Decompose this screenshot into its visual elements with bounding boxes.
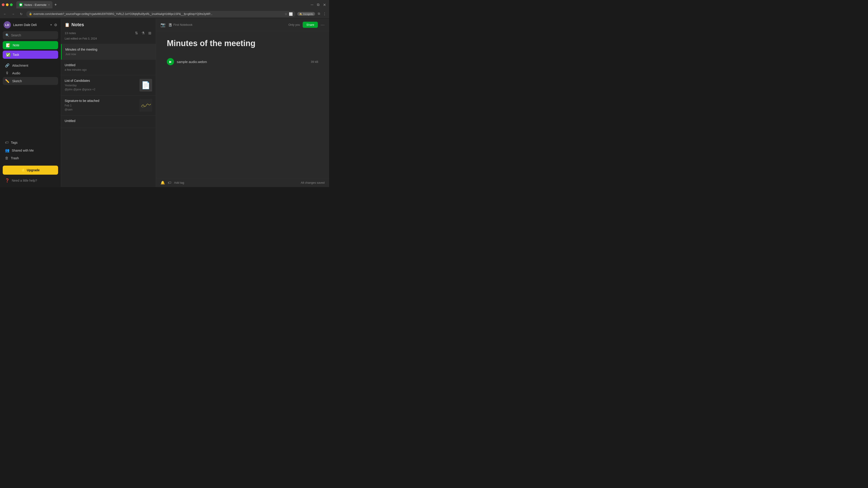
bookmark-icon[interactable]: ☆	[285, 12, 287, 16]
note-item-untitled2[interactable]: Untitled	[61, 116, 156, 128]
refresh-button[interactable]: ↻	[18, 11, 24, 17]
note-icon: 📝	[6, 43, 10, 47]
sidebar-item-shared-label: Shared with Me	[12, 149, 34, 152]
note-item-signature[interactable]: Signature-to be attached Feb 1 @sam	[61, 95, 156, 116]
settings-button[interactable]: ⚙	[54, 23, 57, 27]
incognito-badge: 🕵 Incognito	[297, 12, 315, 16]
main-header: 📷 📓 First Notebook Only you Share ⋯	[156, 19, 329, 31]
shared-icon: 👥	[5, 148, 9, 153]
audio-menu-item[interactable]: 🎙 Audio	[3, 69, 58, 77]
note-item-title: List of Candidates	[65, 79, 138, 83]
note-item-tags: @john @jane @grace +2	[65, 88, 138, 91]
note-item-content: Untitled a few minutes ago	[65, 63, 152, 71]
search-bar[interactable]: 🔍 Search	[3, 31, 58, 39]
note-item-content: Signature-to be attached Feb 1 @sam	[65, 99, 138, 111]
avatar[interactable]: LD	[4, 21, 11, 29]
notebook-icon: 📓	[168, 23, 172, 27]
audio-filesize: 39 kB	[311, 60, 318, 64]
notes-panel-icon: 📋	[65, 22, 70, 27]
add-tag-button[interactable]: Add tag	[174, 181, 298, 184]
sidebar-item-tags[interactable]: 🏷 Tags	[3, 139, 58, 147]
note-item-tags: @sam	[65, 108, 138, 111]
notes-list: 📋 Notes 13 notes ⇅ ⚗ ⊞ Last edited on Fe…	[61, 19, 156, 187]
evernote-tab-icon	[19, 3, 23, 6]
notes-count: 13 notes	[65, 31, 76, 35]
window-max-btn[interactable]	[10, 3, 13, 6]
more-options-button[interactable]: ⋯	[320, 22, 324, 27]
filter-button[interactable]: ⚗	[141, 30, 146, 36]
sort-button[interactable]: ⇅	[134, 30, 139, 36]
attachment-menu-item[interactable]: 🔗 Attachment	[3, 61, 58, 69]
note-thumbnail-file: 📄	[140, 79, 152, 92]
note-item-content: List of Candidates Yesterday @john @jane…	[65, 79, 138, 92]
forward-button[interactable]: →	[10, 11, 16, 17]
main-content: 📷 📓 First Notebook Only you Share ⋯ Minu…	[156, 19, 329, 187]
sidebar-item-trash-label: Trash	[11, 156, 19, 160]
address-bar[interactable]: 🔒 evernote.com/client/web?_sourcePage=ze…	[26, 11, 296, 17]
trash-icon: 🗑	[5, 156, 8, 160]
upgrade-star-icon: ⭐	[21, 168, 25, 172]
extensions-icon[interactable]: ⧉	[317, 11, 321, 17]
user-name[interactable]: Lauren Dale Deli	[13, 23, 48, 27]
sketch-label: Sketch	[12, 79, 22, 83]
tab-title: Notes - Evernote	[24, 3, 46, 6]
sidebar-item-shared[interactable]: 👥 Shared with Me	[3, 147, 58, 154]
browser-menu-icon[interactable]: ⋮	[322, 11, 327, 17]
window-close-icon[interactable]: ✕	[322, 3, 327, 7]
sketch-menu-item[interactable]: ✏️ Sketch	[3, 77, 58, 85]
upgrade-button[interactable]: ⭐ Upgrade	[3, 166, 58, 175]
notebook-name: First Notebook	[174, 23, 193, 26]
last-edited-header: Last edited on Feb 3, 2024	[65, 37, 152, 40]
cast-icon[interactable]: ⬜	[289, 12, 293, 16]
reminder-icon[interactable]: 🔔	[160, 181, 165, 185]
new-task-button[interactable]: ✅ Task	[3, 51, 58, 59]
signature-preview	[140, 99, 152, 111]
notes-meta: 13 notes ⇅ ⚗ ⊞	[65, 30, 152, 36]
insert-menu: 🔗 Attachment 🎙 Audio ✏️ Sketch	[0, 61, 61, 86]
audio-icon: 🎙	[5, 71, 9, 75]
main-body: Minutes of the meeting ▶ sample audio.we…	[156, 31, 329, 178]
url-text: evernote.com/client/web?_sourcePage=ze9b…	[33, 12, 283, 15]
share-section: Only you Share ⋯	[288, 22, 324, 28]
new-note-button[interactable]: 📝 Note	[3, 41, 58, 49]
note-footer: 🔔 🏷 Add tag All changes saved	[156, 178, 329, 187]
new-tab-button[interactable]: +	[53, 2, 59, 8]
note-item-untitled1[interactable]: Untitled a few minutes ago	[61, 60, 156, 75]
chevron-down-icon[interactable]: ▾	[51, 23, 52, 26]
notes-actions: ⇅ ⚗ ⊞	[134, 30, 152, 36]
sidebar-header: LD Lauren Dale Deli ▾ ⚙	[0, 21, 61, 31]
note-item-minutes[interactable]: Minutes of the meeting Just now	[61, 44, 156, 60]
note-item-time: Just now	[65, 53, 152, 56]
note-title: Minutes of the meeting	[167, 38, 318, 48]
camera-icon[interactable]: 📷	[160, 22, 165, 27]
window-min-btn[interactable]	[6, 3, 8, 6]
share-button[interactable]: Share	[303, 22, 318, 28]
window-restore-icon[interactable]: ⧉	[315, 3, 321, 7]
window-close-btn[interactable]	[2, 3, 4, 6]
note-item-candidates[interactable]: List of Candidates Yesterday @john @jane…	[61, 75, 156, 95]
browser-tab[interactable]: Notes - Evernote ×	[16, 1, 53, 8]
window-minimize-icon[interactable]: ─	[309, 3, 315, 7]
tab-close-btn[interactable]: ×	[49, 3, 50, 6]
notes-panel-title: 📋 Notes	[65, 22, 152, 27]
attachment-icon: 🔗	[5, 63, 9, 68]
sidebar-item-tags-label: Tags	[11, 141, 18, 144]
tag-footer-icon[interactable]: 🏷	[168, 181, 171, 185]
sidebar-nav: 🏷 Tags 👥 Shared with Me 🗑 Trash	[0, 137, 61, 164]
help-label: Need a little help?	[12, 179, 37, 182]
only-you-text: Only you	[288, 23, 300, 26]
notebook-info[interactable]: 📓 First Notebook	[168, 23, 193, 27]
help-item[interactable]: ❓ Need a little help?	[0, 176, 61, 184]
search-icon: 🔍	[5, 33, 9, 37]
note-item-time: Yesterday	[65, 84, 138, 87]
sidebar-item-trash[interactable]: 🗑 Trash	[3, 154, 58, 162]
lock-icon: 🔒	[29, 12, 32, 15]
help-icon: ❓	[5, 178, 9, 183]
layout-button[interactable]: ⊞	[147, 30, 152, 36]
audio-label: Audio	[12, 71, 20, 75]
back-button[interactable]: ←	[2, 11, 8, 17]
tags-icon: 🏷	[5, 140, 8, 144]
attachment-label: Attachment	[12, 64, 28, 67]
note-item-content: Untitled	[65, 119, 152, 124]
audio-play-button[interactable]: ▶	[167, 58, 174, 65]
